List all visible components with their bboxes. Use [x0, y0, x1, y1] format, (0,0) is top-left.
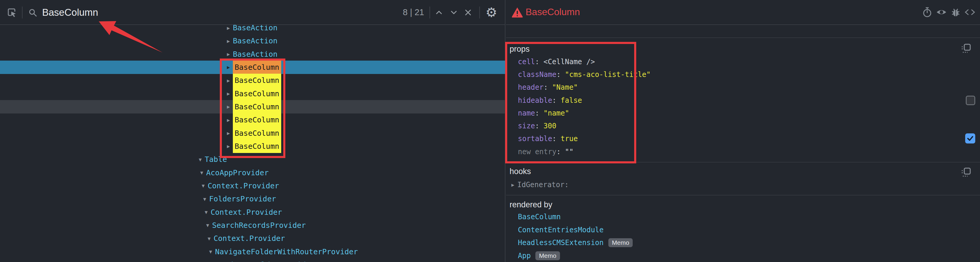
expand-arrow-icon[interactable]: ▸ [224, 117, 233, 123]
tree-row[interactable]: ▸BaseColumn [0, 100, 506, 113]
tree-row[interactable]: ▸BaseAction [0, 48, 506, 61]
prop-colon: : [552, 134, 557, 143]
owner-link[interactable]: BaseColumn [518, 213, 561, 221]
tree-row[interactable]: ▾FoldersProvider [0, 192, 506, 206]
prop-value[interactable]: 300 [543, 122, 556, 130]
component-name[interactable]: BaseAction [233, 50, 278, 59]
inspect-dom-eye-icon[interactable] [935, 6, 947, 18]
tree-row[interactable]: ▾Context.Provider [0, 179, 506, 192]
expand-arrow-icon[interactable]: ▸ [224, 90, 233, 97]
prop-value[interactable]: "Name" [552, 83, 578, 91]
react-devtools-window: { "toolbar": { "search_value": "BaseColu… [0, 0, 980, 262]
prop-value[interactable]: "name" [543, 109, 569, 117]
component-name[interactable]: BaseColumn [233, 100, 281, 113]
component-name[interactable]: SearchRecordsProvider [212, 221, 306, 230]
collapse-arrow-icon[interactable]: ▾ [205, 235, 213, 242]
copy-props-icon[interactable] [961, 43, 971, 53]
component-name[interactable]: BaseAction [233, 37, 278, 45]
expand-arrow-icon[interactable]: ▸ [224, 103, 233, 110]
rendered-by-list: BaseColumnContentEntriesModuleHeadlessCM… [518, 210, 633, 262]
component-name[interactable]: FoldersProvider [209, 195, 276, 203]
owner-link[interactable]: ContentEntriesModule [518, 226, 604, 234]
component-name[interactable]: BaseColumn [233, 113, 281, 126]
inspected-component-title: BaseColumn [526, 6, 580, 18]
expand-arrow-icon[interactable]: ▸ [224, 129, 233, 137]
prop-value[interactable]: true [561, 134, 578, 143]
next-result-button[interactable] [449, 8, 459, 17]
collapse-arrow-icon[interactable]: ▾ [197, 169, 206, 176]
tree-row[interactable]: ▸BaseColumn [0, 113, 506, 126]
component-name[interactable]: BaseColumn [233, 140, 281, 153]
memo-badge: Memo [608, 238, 633, 247]
component-name[interactable]: BaseColumn [233, 73, 281, 87]
prop-value[interactable]: "" [565, 148, 574, 156]
inspect-element-icon[interactable] [6, 8, 17, 18]
prop-row: name:"name" [518, 107, 651, 120]
prop-value[interactable]: <CellName /> [543, 58, 595, 66]
memo-badge: Memo [535, 251, 560, 260]
view-source-code-icon[interactable] [964, 6, 976, 18]
component-name[interactable]: BaseColumn [233, 87, 281, 101]
expand-arrow-icon[interactable]: ▸ [224, 37, 233, 45]
tree-row[interactable]: ▾Table [0, 153, 506, 166]
expand-arrow-icon[interactable]: ▸ [224, 25, 233, 32]
tree-row[interactable]: ▾NavigateFolderWithRouterProvider [0, 245, 506, 259]
prop-colon: : [557, 70, 561, 79]
hideable-checkbox-unchecked[interactable] [966, 96, 975, 105]
toolbar-separator [479, 6, 480, 18]
collapse-arrow-icon[interactable]: ▾ [196, 156, 205, 163]
component-name[interactable]: BaseAction [233, 25, 278, 32]
log-component-bug-icon[interactable] [950, 6, 962, 18]
prop-value[interactable]: false [561, 96, 582, 105]
search-input[interactable] [42, 4, 368, 21]
component-name[interactable]: NavigateFolderWithRouterProvider [215, 248, 358, 256]
hook-row[interactable]: ▸ IdGenerator: [508, 178, 569, 191]
tree-row[interactable]: ▾SearchRecordsProvider [0, 219, 506, 232]
clear-search-button[interactable] [463, 7, 473, 18]
tree-row[interactable]: ▸BaseColumn [0, 61, 506, 74]
collapse-arrow-icon[interactable]: ▾ [202, 209, 211, 216]
settings-gear-icon[interactable]: ⚙ [485, 5, 497, 20]
previous-result-button[interactable] [434, 8, 444, 17]
owner-link[interactable]: App [518, 252, 531, 260]
prop-colon: : [557, 148, 561, 156]
component-name[interactable]: BaseColumn [233, 126, 281, 140]
profiler-stopwatch-icon[interactable] [921, 6, 933, 18]
tree-row[interactable]: ▸BaseAction [0, 34, 506, 48]
tree-row[interactable]: ▸BaseAction [0, 25, 506, 34]
copy-hooks-icon[interactable] [961, 167, 971, 177]
component-name[interactable]: Table [205, 155, 227, 164]
sortable-checkbox-checked[interactable] [965, 133, 975, 144]
search-icon [29, 8, 37, 17]
prop-colon: : [535, 58, 539, 66]
component-name[interactable]: Context.Provider [211, 208, 282, 217]
component-name[interactable]: Context.Provider [208, 182, 279, 190]
collapse-arrow-icon[interactable]: ▾ [200, 195, 209, 203]
expand-arrow-icon[interactable]: ▸ [224, 64, 233, 71]
tree-row[interactable]: ▸BaseColumn [0, 140, 506, 153]
tree-row[interactable]: ▸BaseColumn [0, 126, 506, 140]
tree-row[interactable]: ▾AcoAppProvider [0, 166, 506, 179]
expand-arrow-icon[interactable]: ▸ [224, 77, 233, 84]
prop-value[interactable]: "cms-aco-list-title" [565, 70, 651, 79]
tree-row[interactable]: ▸BaseColumn [0, 73, 506, 87]
section-divider [506, 37, 980, 38]
prop-row: new entry:"" [518, 145, 651, 158]
tree-row[interactable]: ▾NavigateFolderProvider [0, 258, 506, 262]
component-name[interactable]: Context.Provider [213, 234, 285, 243]
collapse-arrow-icon[interactable]: ▾ [199, 182, 208, 189]
collapse-arrow-icon[interactable]: ▾ [203, 222, 212, 229]
expand-arrow-icon[interactable]: ▸ [224, 51, 233, 58]
tree-row[interactable]: ▸BaseColumn [0, 87, 506, 101]
expand-arrow-icon[interactable]: ▸ [508, 181, 517, 189]
component-name[interactable]: BaseColumn [233, 61, 281, 74]
section-divider [506, 195, 980, 195]
tree-row[interactable]: ▾Context.Provider [0, 232, 506, 245]
component-name[interactable]: NavigateFolderProvider [216, 260, 315, 262]
tree-row[interactable]: ▾Context.Provider [0, 206, 506, 219]
expand-arrow-icon[interactable]: ▸ [224, 142, 233, 150]
owner-link[interactable]: HeadlessCMSExtension [518, 238, 604, 247]
component-name[interactable]: AcoAppProvider [206, 168, 269, 177]
prop-row: cell:<CellName /> [518, 55, 651, 68]
collapse-arrow-icon[interactable]: ▾ [206, 248, 215, 255]
